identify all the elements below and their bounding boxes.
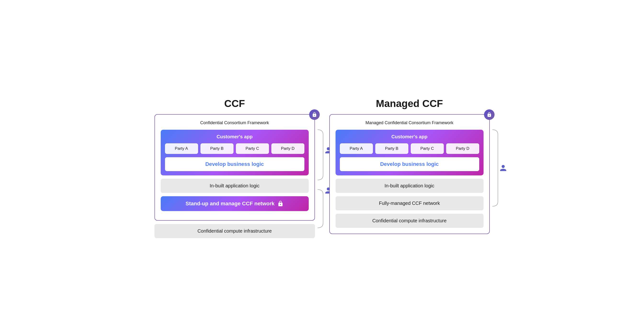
- managed-ccf-inbuilt-logic: In-built application logic: [336, 179, 484, 193]
- managed-ccf-party-b: Party B: [375, 143, 408, 154]
- managed-ccf-develop-logic-text: Develop business logic: [380, 161, 439, 167]
- ccf-standup-box: Stand-up and manage CCF network: [161, 196, 309, 211]
- ccf-lock-badge: [309, 109, 320, 120]
- managed-ccf-side-annotations: [491, 127, 507, 209]
- ccf-develop-logic-text: Develop business logic: [205, 161, 264, 167]
- ccf-standup-lock-icon: [277, 201, 284, 207]
- managed-ccf-outer-label: Managed Confidential Consortium Framewor…: [336, 120, 484, 125]
- ccf-party-d: Party D: [271, 143, 304, 154]
- managed-ccf-confidential-infra: Confidential compute infrastructure: [336, 214, 484, 228]
- managed-ccf-customers-app: Customer's app Party A Party B Party C P…: [336, 130, 484, 175]
- managed-ccf-develop-logic-box: Develop business logic: [340, 157, 479, 171]
- ccf-inbuilt-logic: In-built application logic: [161, 179, 309, 193]
- ccf-customers-app: Customer's app Party A Party B Party C P…: [161, 130, 309, 175]
- managed-ccf-diagram-wrapper: Managed Confidential Consortium Framewor…: [329, 114, 490, 234]
- ccf-section: CCF Confidential Consortium Framework Cu…: [154, 98, 315, 238]
- ccf-party-a: Party A: [165, 143, 198, 154]
- ccf-customers-app-label: Customer's app: [165, 134, 304, 140]
- managed-ccf-lock-badge: [484, 109, 494, 120]
- managed-ccf-party-d: Party D: [446, 143, 479, 154]
- managed-ccf-fully-managed: Fully-managed CCF network: [336, 196, 484, 210]
- managed-ccf-person-icon: [499, 164, 507, 172]
- ccf-outer-label: Confidential Consortium Framework: [161, 120, 309, 125]
- managed-ccf-section: Managed CCF Managed Confidential Consort…: [329, 98, 490, 234]
- managed-ccf-party-a: Party A: [340, 143, 373, 154]
- ccf-outer-box: Confidential Consortium Framework Custom…: [154, 114, 315, 221]
- managed-ccf-bracket-svg: [491, 127, 498, 209]
- ccf-bracket-svg: [316, 127, 324, 242]
- managed-ccf-person-icons: [498, 127, 507, 209]
- lock-icon: [312, 112, 317, 117]
- ccf-confidential-infra: Confidential compute infrastructure: [154, 224, 315, 238]
- managed-ccf-customers-app-label: Customer's app: [340, 134, 479, 140]
- ccf-party-b: Party B: [200, 143, 234, 154]
- ccf-develop-logic-box: Develop business logic: [165, 157, 304, 171]
- ccf-standup-text: Stand-up and manage CCF network: [186, 201, 275, 207]
- page-wrapper: CCF Confidential Consortium Framework Cu…: [154, 98, 490, 238]
- ccf-title: CCF: [224, 98, 245, 109]
- ccf-party-c: Party C: [236, 143, 269, 154]
- managed-ccf-party-row: Party A Party B Party C Party D: [340, 143, 479, 154]
- managed-ccf-outer-box: Managed Confidential Consortium Framewor…: [329, 114, 490, 234]
- ccf-diagram-wrapper: Confidential Consortium Framework Custom…: [154, 114, 315, 238]
- managed-ccf-party-c: Party C: [411, 143, 444, 154]
- managed-ccf-title: Managed CCF: [376, 98, 443, 109]
- managed-lock-icon: [487, 112, 492, 117]
- ccf-party-row: Party A Party B Party C Party D: [165, 143, 304, 154]
